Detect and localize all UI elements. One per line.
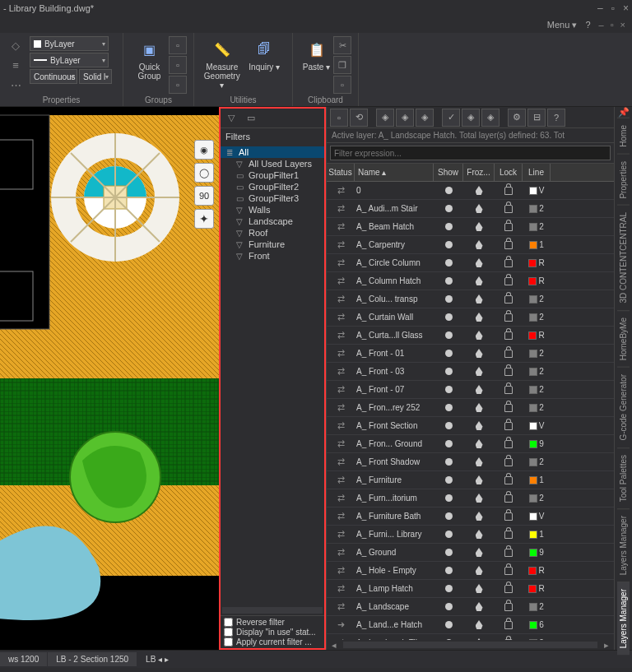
group-btn-3[interactable]: ▫	[169, 76, 187, 94]
color-swatch[interactable]	[529, 531, 537, 539]
freeze-icon[interactable]	[476, 475, 483, 484]
freeze-icon[interactable]	[476, 204, 483, 213]
lp-btn-6[interactable]: ✓	[442, 109, 460, 127]
lock-icon[interactable]	[504, 585, 513, 593]
freeze-icon[interactable]	[476, 548, 483, 557]
inner-maximize-icon[interactable]: ▫	[611, 20, 614, 30]
lp-btn-7[interactable]: ◈	[462, 109, 480, 127]
color-combo[interactable]: ByLayer	[30, 36, 109, 51]
lock-icon[interactable]	[504, 639, 513, 641]
color-swatch[interactable]	[529, 295, 537, 304]
freeze-icon[interactable]	[476, 276, 483, 285]
layer-row[interactable]: ⇄A_ Lands...ch Tile.2	[327, 634, 614, 640]
freeze-icon[interactable]	[476, 584, 483, 593]
lp-help-button[interactable]: ?	[547, 109, 565, 127]
inner-minimize-icon[interactable]: –	[599, 20, 604, 30]
color-swatch[interactable]	[529, 458, 537, 466]
layer-row[interactable]: ⇄A_ Furn...itorium2	[327, 489, 614, 507]
lineweight-combo[interactable]: ByLayer	[30, 53, 109, 67]
lock-icon[interactable]	[504, 422, 513, 430]
layers-rows[interactable]: ⇄0V⇄A_ Audi...m Stair2⇄A_ Beam Hatch2⇄A_…	[327, 182, 614, 640]
col-lock[interactable]: Lock	[495, 164, 523, 181]
color-swatch[interactable]	[529, 512, 537, 521]
layer-row[interactable]: ⇄A_ Landscape2	[327, 598, 614, 616]
filter-root[interactable]: ≣ All	[221, 146, 324, 158]
lock-icon[interactable]	[504, 259, 513, 267]
layer-row[interactable]: ⇄A_ Hole - EmptyR	[327, 562, 614, 580]
layer-row[interactable]: ⇄A_ Beam Hatch2	[327, 218, 614, 236]
freeze-icon[interactable]	[476, 222, 483, 231]
lp-btn-10[interactable]: ⊟	[527, 109, 546, 127]
copy-button[interactable]: ❐	[333, 56, 351, 74]
funnel-icon[interactable]: ▽	[224, 111, 239, 126]
layer-row[interactable]: ⇄A_ Circle ColumnR	[327, 254, 614, 272]
color-swatch[interactable]	[529, 368, 537, 376]
show-icon[interactable]	[445, 386, 453, 393]
paste-button[interactable]: 📋 Paste ▾	[300, 36, 333, 94]
layer-row[interactable]: ⇄A_ Furniture1	[327, 471, 614, 489]
layer-row[interactable]: ⇄A_ Front SectionV	[327, 417, 614, 435]
inner-close-icon[interactable]: ×	[620, 20, 625, 30]
freeze-icon[interactable]	[476, 186, 483, 195]
col-frozen[interactable]: Froz...	[463, 164, 495, 181]
layer-row[interactable]: ⇄A_ Carpentry1	[327, 236, 614, 254]
freeze-icon[interactable]	[476, 258, 483, 267]
linestyle-combo[interactable]: Continuous	[30, 69, 77, 84]
lock-icon[interactable]	[504, 440, 513, 448]
freeze-icon[interactable]	[476, 620, 483, 629]
freeze-icon[interactable]	[476, 385, 483, 394]
side-tab[interactable]: Properties	[617, 154, 630, 206]
side-tab[interactable]: Layers Manager	[617, 508, 630, 582]
layer-row[interactable]: ⇄A_ Front - 012	[327, 345, 614, 363]
color-swatch[interactable]	[528, 331, 537, 340]
layer-row[interactable]: ⇄A_ Fron...rey 2522	[327, 399, 614, 417]
measure-button[interactable]: 📏 Measure Geometry ▾	[201, 36, 244, 90]
filter-item[interactable]: ▽Walls	[221, 204, 324, 216]
freeze-icon[interactable]	[476, 566, 483, 575]
drawing-canvas[interactable]: ◉ ◯ 90 ✦	[0, 107, 219, 650]
layer-row[interactable]: ⇄A_ Curta...ll GlassR	[327, 327, 614, 345]
freeze-icon[interactable]	[476, 403, 483, 412]
side-tab[interactable]: HomeByMe	[617, 310, 630, 367]
color-icon[interactable]: ◇	[7, 36, 25, 54]
lock-icon[interactable]	[504, 404, 513, 412]
lp-btn-8[interactable]: ◈	[481, 109, 500, 127]
freeze-icon[interactable]	[476, 602, 483, 611]
freeze-icon[interactable]	[476, 294, 483, 304]
close-icon[interactable]: ×	[623, 2, 629, 14]
layer-row[interactable]: ⇄A_ Ground9	[327, 544, 614, 562]
show-icon[interactable]	[445, 440, 453, 447]
color-swatch[interactable]	[529, 205, 537, 213]
lineweight-icon[interactable]: ≡	[7, 56, 25, 74]
show-icon[interactable]	[445, 331, 453, 339]
layers-filter-input[interactable]	[330, 146, 611, 160]
layer-row[interactable]: ⇄A_ Fron... Ground9	[327, 435, 614, 453]
col-line[interactable]: Line	[523, 164, 551, 181]
lock-icon[interactable]	[504, 295, 513, 304]
linestyle-icon[interactable]: ⋯	[7, 76, 25, 94]
lock-icon[interactable]	[504, 223, 513, 231]
show-icon[interactable]	[445, 458, 453, 466]
color-swatch[interactable]	[529, 223, 537, 231]
filter-item[interactable]: ▽Roof	[221, 227, 324, 239]
side-tab[interactable]: Tool Palettes	[617, 447, 630, 508]
show-icon[interactable]	[445, 368, 453, 375]
filter-item[interactable]: ▭GroupFilter1	[221, 169, 324, 181]
footer-tab-2[interactable]: LB - 2 Section 1250	[48, 652, 137, 666]
show-icon[interactable]	[445, 476, 453, 484]
display-in-use-check[interactable]: Display "in use" stat...	[224, 628, 321, 637]
layer-row[interactable]: ⇄A_ Audi...m Stair2	[327, 200, 614, 218]
cut-button[interactable]: ✂	[333, 36, 351, 54]
lp-settings-button[interactable]: ⚙	[508, 109, 526, 127]
lock-icon[interactable]	[504, 512, 513, 521]
side-tab[interactable]: Home	[617, 118, 630, 154]
freeze-icon[interactable]	[476, 457, 483, 466]
show-icon[interactable]	[445, 494, 453, 502]
lock-icon[interactable]	[504, 621, 513, 629]
show-icon[interactable]	[445, 205, 453, 212]
color-swatch[interactable]	[528, 259, 537, 267]
show-icon[interactable]	[445, 259, 453, 266]
side-tab[interactable]: Layers Manager	[617, 582, 630, 655]
layer-row[interactable]: ➜A_ Land...e Hatch6	[327, 616, 614, 634]
side-tab[interactable]: G-code Generator	[617, 367, 630, 447]
